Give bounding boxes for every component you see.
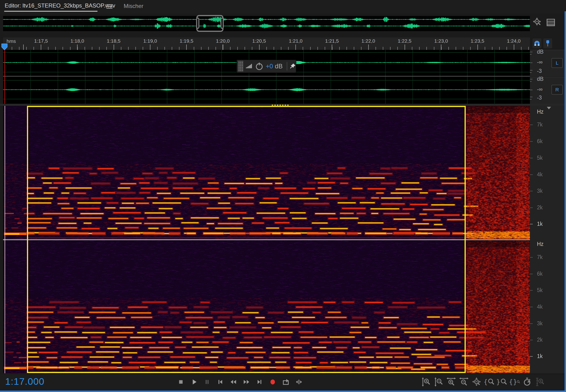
ruler-label: 1:24,0: [500, 38, 528, 44]
editor-layout-rows-icon: [546, 18, 555, 27]
db-minus3-label-right: -3: [537, 95, 542, 101]
rewind-button[interactable]: [228, 376, 239, 388]
zoom-out-amplitude-button[interactable]: [433, 376, 444, 388]
hud-drag-handle[interactable]: [238, 61, 243, 72]
loop-playback-icon: [282, 378, 290, 386]
db-minus3-label-left: -3: [537, 68, 542, 74]
db-neginf-label-right: -∞: [537, 86, 543, 93]
pause-button[interactable]: [201, 376, 213, 388]
marker-button[interactable]: [543, 38, 552, 48]
volume-hud[interactable]: +0 dB: [237, 60, 296, 73]
db-neginf-label-left: -∞: [537, 59, 543, 65]
zoom-toolbar: { } {}: [420, 376, 545, 388]
pause-icon: [203, 378, 211, 386]
stop-button[interactable]: [175, 376, 186, 388]
zoom-to-selection-button[interactable]: {}: [509, 376, 520, 388]
skip-to-end-button[interactable]: [254, 376, 265, 388]
freq-tick: 5k: [537, 287, 543, 294]
move-playhead-button[interactable]: [293, 376, 305, 388]
frequency-scale[interactable]: [530, 106, 565, 373]
snap-magnet-icon: [533, 40, 541, 47]
ruler-label: 1:19,0: [136, 38, 164, 44]
zoom-out-amplitude-icon: [434, 377, 443, 387]
ruler-unit-label: hms: [7, 38, 16, 44]
ruler-label: 1:20,0: [209, 38, 237, 44]
zoom-in-time-icon: [446, 377, 456, 387]
channel-right-button[interactable]: R: [552, 85, 563, 95]
freq-tick: 4k: [537, 304, 543, 310]
db-unit-label-left: dB: [537, 49, 543, 55]
view-range-right-handle[interactable]: [220, 18, 224, 29]
freq-tick: 5k: [537, 155, 543, 161]
rewind-icon: [229, 378, 237, 386]
record-icon: [269, 378, 277, 386]
level-bars-icon: [246, 63, 253, 70]
ruler-label: 1:18,0: [63, 38, 91, 44]
freq-tick: 7k: [537, 122, 543, 128]
zoom-out-full-icon: [533, 17, 542, 27]
ruler-label: 1:18,5: [99, 38, 128, 44]
hud-pin-icon[interactable]: [290, 63, 296, 70]
overview-waveform[interactable]: [3, 16, 530, 31]
panel-menu-icon[interactable]: [106, 4, 113, 5]
zoom-out-time-button[interactable]: [458, 376, 469, 388]
volume-knob-icon[interactable]: [255, 61, 263, 71]
tab-editor[interactable]: Editor: ltv16_STEREO_32kbps_BASOP.wav: [5, 2, 115, 9]
zoom-out-full-button[interactable]: [532, 16, 543, 27]
fast-forward-button[interactable]: [241, 376, 252, 388]
transport-timer-button[interactable]: [522, 376, 533, 388]
tab-mixer[interactable]: Mischer: [124, 3, 143, 9]
skip-to-start-button[interactable]: [215, 376, 226, 388]
skip-to-end-icon: [255, 378, 264, 386]
zoom-in-time-button[interactable]: [446, 376, 457, 388]
magnifier-icon: [487, 377, 495, 387]
record-button[interactable]: [267, 376, 278, 388]
ruler-label: 1:23,5: [463, 38, 492, 44]
fast-forward-icon: [242, 378, 250, 386]
marker-icon: [544, 40, 552, 47]
zoom-in-amplitude-button[interactable]: [420, 376, 432, 388]
freq-tick: 3k: [537, 188, 543, 194]
overview-view-range[interactable]: [196, 15, 224, 32]
freq-tick: 1k: [537, 221, 543, 227]
zoom-vertical-disabled-button: [534, 376, 545, 388]
waveform-display[interactable]: [3, 50, 530, 104]
freq-tick: 2k: [537, 204, 543, 211]
freq-unit-bottom: Hz: [537, 241, 543, 247]
snap-magnet-button[interactable]: [532, 38, 542, 48]
zoom-out-full-toolbar-button[interactable]: [471, 376, 482, 388]
zoom-out-full-icon: [471, 377, 482, 387]
hud-gain-unit: dB: [275, 63, 283, 70]
freq-tick: 4k: [537, 171, 543, 178]
ruler-label: 1:19,5: [172, 38, 200, 44]
selection-glyphs: {}: [509, 378, 517, 386]
play-button[interactable]: [188, 376, 200, 388]
playhead-time-display[interactable]: 1:17.000: [5, 376, 44, 387]
ruler-major-ticks: [3, 44, 530, 50]
hud-gain-value[interactable]: +0: [266, 63, 273, 70]
channel-left-button[interactable]: L: [552, 58, 563, 68]
magnifier-icon: [499, 377, 508, 387]
zoom-out-time-icon: [459, 377, 469, 387]
editor-layout-button[interactable]: [546, 18, 556, 27]
magnifier-icon: [516, 377, 520, 387]
play-icon: [190, 378, 198, 386]
loop-playback-button[interactable]: [280, 376, 291, 388]
zoom-in-at-in-point-button[interactable]: {: [483, 376, 495, 388]
selection-top-handle[interactable]: [272, 105, 289, 106]
zoom-in-amplitude-icon: [421, 377, 431, 387]
ruler-label: 1:23,0: [427, 38, 455, 44]
zoom-in-at-out-point-button[interactable]: }: [496, 376, 508, 388]
panel-tab-bar: Editor: ltv16_STEREO_32kbps_BASOP.wav Mi…: [0, 0, 566, 14]
panel-focus-border-bottom: [0, 391, 566, 392]
view-range-left-handle[interactable]: [196, 18, 199, 29]
ruler-label: 1:21,5: [318, 38, 346, 44]
freq-tick: 6k: [537, 138, 543, 144]
zoom-vertical-disabled-icon: [535, 377, 544, 387]
collapse-scale-icon[interactable]: [547, 107, 551, 109]
ruler-label: 1:21,0: [282, 38, 310, 44]
playhead-marker[interactable]: [1, 43, 8, 50]
db-unit-label-right: dB: [537, 76, 543, 82]
spectral-display[interactable]: [3, 106, 530, 373]
ruler-label: 1:22,5: [391, 38, 419, 44]
